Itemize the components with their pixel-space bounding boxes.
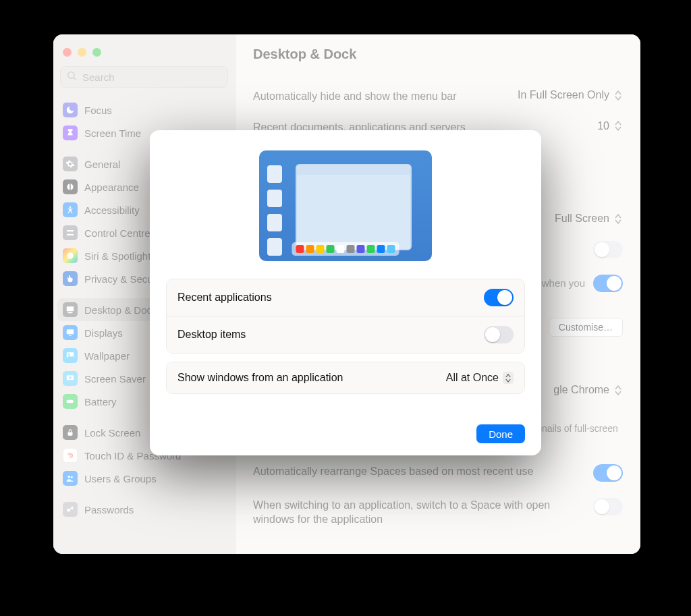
svg-point-20 bbox=[67, 509, 70, 512]
svg-rect-4 bbox=[67, 230, 74, 231]
sidebar-item-label: Desktop & Dock bbox=[84, 304, 157, 316]
dock-icon bbox=[63, 302, 78, 317]
svg-point-18 bbox=[68, 476, 71, 478]
accessibility-icon bbox=[63, 202, 78, 217]
search-input[interactable] bbox=[81, 71, 222, 84]
moon-icon bbox=[63, 103, 78, 117]
screensaver-icon bbox=[63, 371, 78, 386]
svg-rect-15 bbox=[67, 400, 73, 403]
hand-icon bbox=[63, 271, 78, 286]
fingerprint-icon bbox=[63, 448, 78, 463]
show-windows-popup[interactable]: All at Once bbox=[446, 372, 514, 384]
chevron-up-down-icon bbox=[613, 384, 623, 396]
sidebar-item-label: Focus bbox=[84, 105, 112, 116]
svg-rect-16 bbox=[74, 401, 74, 402]
row-label: Desktop items bbox=[177, 329, 246, 341]
toggle-auto-rearrange[interactable] bbox=[593, 464, 623, 482]
sidebar-item-users-groups[interactable]: Users & Groups bbox=[57, 467, 231, 490]
sheet-footer: Done bbox=[150, 414, 541, 455]
battery-icon bbox=[63, 394, 78, 409]
popup-value: In Full Screen Only bbox=[518, 89, 609, 101]
row-show-windows: Show windows from an application All at … bbox=[167, 362, 524, 393]
popup-value: All at Once bbox=[446, 372, 499, 384]
key-icon bbox=[63, 502, 78, 517]
toggle-desktop-items[interactable] bbox=[484, 326, 514, 343]
chevron-up-down-icon bbox=[613, 89, 623, 101]
sidebar-item-label: Passwords bbox=[84, 504, 134, 515]
search-field-wrap[interactable] bbox=[60, 66, 228, 88]
sidebar-item-label: Appearance bbox=[84, 181, 139, 193]
sidebar-item-label: Accessibility bbox=[84, 204, 140, 216]
switches-icon bbox=[63, 225, 78, 240]
svg-line-1 bbox=[74, 78, 76, 80]
chevron-up-down-icon bbox=[613, 120, 623, 132]
chevron-up-down-icon bbox=[613, 213, 623, 225]
row-label: Automatically hide and show the menu bar bbox=[253, 89, 509, 104]
svg-point-0 bbox=[68, 72, 74, 78]
popup-value: 10 bbox=[597, 120, 609, 132]
toggle-switch-space[interactable] bbox=[593, 498, 623, 515]
menu-bar-popup[interactable]: In Full Screen Only bbox=[518, 89, 623, 101]
svg-rect-5 bbox=[67, 234, 74, 235]
svg-point-12 bbox=[68, 354, 70, 355]
page-title: Desktop & Dock bbox=[253, 47, 623, 62]
svg-rect-8 bbox=[68, 312, 73, 314]
row-recent-applications: Recent applications bbox=[167, 279, 524, 316]
sheet-hero bbox=[150, 130, 541, 273]
sidebar-item-label: Wallpaper bbox=[84, 350, 130, 362]
sidebar-item-label: Displays bbox=[84, 327, 123, 339]
row-auto-rearrange: Automatically rearrange Spaces based on … bbox=[253, 456, 623, 490]
lock-icon bbox=[63, 425, 78, 440]
stage-manager-sheet: Recent applications Desktop items Show w… bbox=[150, 130, 541, 455]
row-label: Show windows from an application bbox=[177, 372, 343, 384]
svg-rect-10 bbox=[69, 335, 72, 336]
users-icon bbox=[63, 471, 78, 486]
zoom-window-button[interactable] bbox=[92, 48, 101, 57]
gear-icon bbox=[63, 157, 78, 171]
close-window-button[interactable] bbox=[63, 48, 72, 57]
svg-point-19 bbox=[71, 476, 73, 478]
toggle-a[interactable] bbox=[593, 241, 623, 258]
siri-icon bbox=[63, 248, 78, 263]
minimize-window-button[interactable] bbox=[78, 48, 86, 57]
chrome-popup[interactable]: gle Chrome bbox=[553, 384, 623, 396]
row-subtext: when you bbox=[542, 277, 585, 289]
sheet-list-1: Recent applications Desktop items bbox=[166, 279, 525, 354]
fullscreen-popup[interactable]: Full Screen bbox=[555, 213, 623, 225]
svg-rect-9 bbox=[67, 329, 74, 334]
done-button[interactable]: Done bbox=[476, 424, 525, 443]
toggle-b[interactable] bbox=[593, 275, 623, 292]
window-traffic-lights bbox=[53, 41, 235, 62]
sidebar-item-label: Users & Groups bbox=[84, 473, 157, 484]
sidebar-item-focus[interactable]: Focus bbox=[57, 99, 231, 121]
svg-point-14 bbox=[69, 376, 72, 379]
search-icon bbox=[66, 70, 77, 84]
toggle-recent-applications[interactable] bbox=[484, 289, 514, 306]
sidebar-item-label: Screen Saver bbox=[84, 373, 146, 385]
sidebar-item-label: Screen Time bbox=[84, 128, 141, 139]
svg-point-3 bbox=[70, 206, 71, 208]
row-label: Recent applications bbox=[177, 291, 272, 304]
recents-popup[interactable]: 10 bbox=[597, 120, 623, 132]
row-menu-bar-autohide: Automatically hide and show the menu bar… bbox=[253, 81, 623, 112]
appearance-icon bbox=[63, 179, 78, 194]
svg-point-6 bbox=[67, 252, 73, 258]
popup-value: gle Chrome bbox=[553, 384, 609, 396]
row-label: When switching to an application, switch… bbox=[253, 498, 585, 527]
popup-value: Full Screen bbox=[555, 213, 609, 225]
row-desktop-items: Desktop items bbox=[167, 316, 524, 353]
sidebar-item-passwords[interactable]: Passwords bbox=[57, 498, 231, 521]
sheet-list-2: Show windows from an application All at … bbox=[166, 362, 525, 394]
hourglass-icon bbox=[63, 125, 78, 140]
display-icon bbox=[63, 325, 78, 340]
svg-rect-7 bbox=[67, 306, 74, 311]
sidebar-item-label: Siri & Spotlight bbox=[84, 250, 150, 262]
sidebar-item-label: General bbox=[84, 159, 120, 170]
sidebar-item-label: Lock Screen bbox=[84, 427, 140, 439]
sidebar-item-label: Battery bbox=[84, 396, 117, 408]
customise-button[interactable]: Customise… bbox=[549, 318, 623, 337]
chevron-up-down-icon bbox=[503, 372, 514, 384]
row-switch-space: When switching to an application, switch… bbox=[253, 490, 623, 535]
stage-manager-illustration bbox=[259, 150, 432, 261]
sidebar-item-label: Control Centre bbox=[84, 227, 150, 239]
